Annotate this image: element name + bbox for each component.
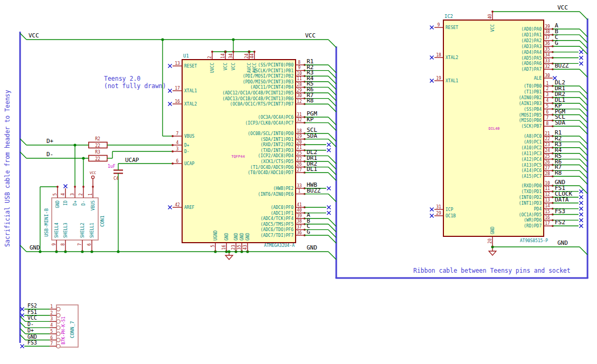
u1-pin-number: 9: [298, 65, 301, 70]
net-label-fs3: FS3: [555, 208, 565, 215]
u1-pin-name: (OC0A/OC1C/RTS/PCINT7)PB7: [230, 102, 294, 107]
ic2-pin-number: 13: [545, 198, 550, 203]
c4-ref: C4: [113, 176, 119, 181]
r3-value: 22: [95, 157, 100, 161]
ic2-ref: IC2: [444, 14, 453, 19]
u1-pin-name: (ADC13/OC1B/OC4B/PCINT13)PB6: [222, 97, 293, 101]
bus-entry: [20, 139, 26, 145]
ic2-pin-number: 5: [546, 104, 549, 109]
u1-pin-number: 33: [297, 184, 302, 188]
net-label-fs3: FS3: [27, 340, 37, 346]
u1-pin-name: (ADC6/TDO)PF6: [260, 227, 293, 232]
u1-pin-name: AVCC: [247, 63, 252, 73]
ic2-pin-name: (T0)PB0: [524, 84, 542, 89]
ic2-pin-name: (AIN1)PB3: [519, 101, 542, 106]
u1-pin-number: 2: [207, 56, 212, 59]
net-label-gnd: GND: [30, 244, 40, 251]
u1-pin-name: (OC3A/OC4A)PC6: [258, 115, 294, 120]
u1-pin-number: 32: [297, 118, 302, 122]
note-teensy: (not fully drawn): [104, 82, 166, 90]
r2-ref: R2: [95, 137, 100, 141]
net-label-gnd: GND: [307, 244, 317, 251]
net-label-vcc: VCC: [27, 315, 37, 321]
u1-ref: U1: [183, 53, 189, 59]
usb-pin-number: 9: [52, 243, 56, 246]
net-label-vcc: VCC: [29, 32, 39, 39]
u1-pin-name: (ADC1)PF1: [271, 211, 294, 216]
conn7-pin-circle: [56, 326, 60, 330]
note-ribbon: Ribbon cable between Teensy pins and soc…: [413, 267, 571, 274]
ic2-pin-name: ALE: [534, 76, 542, 81]
ic2-pin-number: 6: [546, 110, 549, 114]
u1-pin-number: 19: [297, 134, 302, 139]
u1-pin-name: (TXD/INT3)PD3: [260, 148, 293, 153]
ic2-pin-name: RESET: [446, 25, 458, 30]
ic2-pin-name: PD4: [534, 207, 542, 212]
bus-entry: [328, 194, 336, 202]
ic2-pin-name: (AD4)PA4: [521, 50, 542, 55]
schematic-canvas: VCC VCC VCC GND GND GND D+ D- UCAP Teens…: [0, 0, 597, 364]
u1-pin-number: 43: [243, 245, 248, 250]
bus-entry: [580, 12, 587, 20]
u1-pin-number: 30: [297, 93, 302, 98]
ic2-pin-number: 27: [545, 166, 550, 170]
u1-pin-name: (ADC7/TDI)PF7: [260, 233, 293, 238]
u1-pin-number: 41: [297, 203, 302, 207]
usb-pin-number: 1: [88, 193, 93, 196]
bus-entry: [580, 186, 587, 194]
u1-pin-number: 13: [175, 61, 180, 66]
bus-entry: [328, 40, 336, 47]
pin-end-dot: [172, 144, 174, 146]
ic2-pin-number: 32: [545, 64, 550, 69]
ic2-pin-name: (A8)PC0: [524, 134, 542, 139]
u1-pin-number: 31: [297, 112, 302, 117]
ic2-pin-name: (A14)PC6: [521, 168, 542, 173]
ic2-value: AT90S8515-P: [520, 238, 548, 243]
conn7-value: B7K-PH-K-S1: [61, 317, 66, 344]
ic2-pin-number: 35: [545, 47, 550, 52]
ic2-pin-number: 4: [546, 98, 549, 103]
ic2-pin-number: 38: [545, 30, 550, 34]
ic2-pin-name: (AD2)PA2: [521, 39, 542, 43]
net-label-sda: SDA: [555, 119, 565, 126]
pin-end-dot: [172, 135, 174, 137]
usb-pin-name: D+: [73, 200, 78, 206]
u1-pin-number: 11: [297, 76, 302, 81]
u1-pin-number: 40: [297, 208, 302, 213]
u1-pin-name: D+: [184, 143, 189, 148]
net-label-d-: D-: [27, 321, 34, 327]
u1-pin-number: 29: [297, 88, 302, 93]
ic2-pin-name: (MOSI)PB5: [519, 113, 542, 118]
usb-pin-number: 5: [53, 193, 58, 196]
net-label-dplus: D+: [46, 138, 54, 145]
u1-pin-number: 25: [297, 151, 302, 156]
net-label-sda: SDA: [307, 132, 317, 139]
pin-end-dot: [248, 51, 250, 53]
u1-pin-name: XTAL1: [184, 89, 197, 93]
ic2-pin-name: (SCK)PB7: [521, 124, 542, 129]
u1-pin-name: (PDO/MISO/PCINT3)PB3: [243, 80, 294, 84]
usb-pin-number: 6: [87, 243, 92, 246]
net-label-kp: KP: [307, 116, 314, 123]
ic2-pin-name: XTAL2: [446, 55, 458, 60]
pin-end-dot: [74, 186, 76, 188]
net-label-vcc: VCC: [305, 32, 316, 39]
usb-pin-number: 8: [61, 243, 65, 246]
ic2-pin-name: (AD6)PA6: [521, 61, 542, 66]
u1-pin-number: 5: [211, 245, 215, 247]
u1-pin-number: 6: [176, 159, 179, 164]
ic2-pin-number: 10: [545, 181, 550, 186]
u1-pin-name: RESET: [184, 64, 197, 69]
u1-pin-number: 35: [237, 245, 242, 250]
u1-pin-number: 27: [297, 168, 302, 173]
u1-pin-number: 38: [297, 219, 302, 224]
r2-value: 22: [95, 143, 100, 148]
conn7-pin-number: 1: [50, 304, 53, 309]
u1-pin-name: (RXD/INT2)PD2: [260, 142, 293, 147]
ic2-pin-name: (A12)PC4: [521, 157, 542, 162]
u1-pin-name: VBUS: [184, 134, 194, 139]
conn7-pin-number: 3: [50, 317, 53, 321]
u1-pin-number: 39: [297, 214, 302, 218]
ic2-pin-number: 40: [488, 14, 492, 19]
ic2-pin-name: (A10)PC2: [521, 146, 542, 150]
